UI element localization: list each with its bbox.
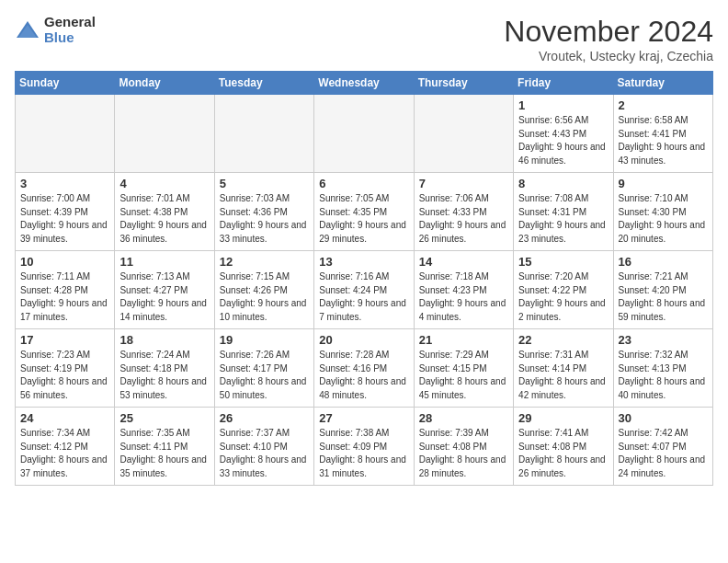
day-number: 5 (220, 177, 309, 190)
day-number: 9 (619, 177, 708, 190)
day-number: 23 (619, 333, 708, 347)
day-info: Sunrise: 7:24 AM Sunset: 4:18 PM Dayligh… (119, 349, 209, 402)
day-info: Sunrise: 7:26 AM Sunset: 4:17 PM Dayligh… (220, 349, 309, 402)
col-header-saturday: Saturday (613, 72, 712, 95)
month-title: November 2024 (504, 15, 713, 49)
day-info: Sunrise: 7:21 AM Sunset: 4:20 PM Dayligh… (619, 270, 708, 324)
day-info: Sunrise: 7:28 AM Sunset: 4:16 PM Dayligh… (319, 349, 408, 402)
day-info: Sunrise: 7:35 AM Sunset: 4:11 PM Dayligh… (119, 427, 209, 480)
day-cell: 14Sunrise: 7:18 AM Sunset: 4:23 PM Dayli… (414, 251, 513, 329)
day-number: 8 (518, 177, 608, 190)
day-number: 16 (619, 255, 708, 269)
day-number: 17 (20, 333, 109, 347)
day-cell (414, 95, 513, 173)
day-number: 27 (319, 411, 408, 425)
logo-blue-label: Blue (44, 30, 96, 46)
day-info: Sunrise: 7:13 AM Sunset: 4:27 PM Dayligh… (119, 270, 209, 324)
day-cell: 25Sunrise: 7:35 AM Sunset: 4:11 PM Dayli… (115, 408, 214, 486)
day-info: Sunrise: 7:11 AM Sunset: 4:28 PM Dayligh… (20, 270, 109, 324)
day-cell: 16Sunrise: 7:21 AM Sunset: 4:20 PM Dayli… (613, 251, 712, 329)
day-info: Sunrise: 7:18 AM Sunset: 4:23 PM Dayligh… (419, 270, 508, 324)
day-number: 20 (319, 333, 408, 347)
day-info: Sunrise: 6:58 AM Sunset: 4:41 PM Dayligh… (619, 114, 708, 167)
day-info: Sunrise: 7:38 AM Sunset: 4:09 PM Dayligh… (319, 427, 408, 480)
day-number: 6 (319, 177, 408, 190)
logo: General Blue (15, 15, 96, 45)
day-cell (115, 95, 214, 173)
day-cell: 27Sunrise: 7:38 AM Sunset: 4:09 PM Dayli… (314, 408, 414, 486)
day-number: 7 (419, 177, 508, 190)
day-info: Sunrise: 7:34 AM Sunset: 4:12 PM Dayligh… (20, 427, 109, 480)
day-cell: 19Sunrise: 7:26 AM Sunset: 4:17 PM Dayli… (214, 329, 313, 408)
day-info: Sunrise: 7:05 AM Sunset: 4:35 PM Dayligh… (319, 192, 408, 246)
day-number: 4 (119, 177, 209, 190)
day-cell: 3Sunrise: 7:00 AM Sunset: 4:39 PM Daylig… (16, 173, 115, 251)
col-header-tuesday: Tuesday (214, 72, 313, 95)
day-number: 30 (619, 411, 708, 425)
day-number: 3 (20, 177, 109, 190)
day-cell: 6Sunrise: 7:05 AM Sunset: 4:35 PM Daylig… (314, 173, 414, 251)
day-number: 15 (518, 255, 608, 269)
day-number: 26 (220, 411, 309, 425)
day-number: 28 (419, 411, 508, 425)
day-number: 10 (20, 255, 109, 269)
day-cell: 30Sunrise: 7:42 AM Sunset: 4:07 PM Dayli… (613, 408, 712, 486)
day-cell: 1Sunrise: 6:56 AM Sunset: 4:43 PM Daylig… (514, 95, 613, 173)
day-cell (314, 95, 414, 173)
day-cell: 26Sunrise: 7:37 AM Sunset: 4:10 PM Dayli… (214, 408, 313, 486)
day-info: Sunrise: 7:01 AM Sunset: 4:38 PM Dayligh… (119, 192, 209, 246)
header-row: SundayMondayTuesdayWednesdayThursdayFrid… (16, 72, 713, 95)
day-cell: 29Sunrise: 7:41 AM Sunset: 4:08 PM Dayli… (514, 408, 613, 486)
col-header-wednesday: Wednesday (314, 72, 414, 95)
day-cell: 8Sunrise: 7:08 AM Sunset: 4:31 PM Daylig… (514, 173, 613, 251)
day-cell: 18Sunrise: 7:24 AM Sunset: 4:18 PM Dayli… (115, 329, 214, 408)
day-info: Sunrise: 7:03 AM Sunset: 4:36 PM Dayligh… (220, 192, 309, 246)
day-number: 24 (20, 411, 109, 425)
day-number: 2 (619, 98, 708, 112)
day-info: Sunrise: 7:37 AM Sunset: 4:10 PM Dayligh… (220, 427, 309, 480)
week-row-3: 10Sunrise: 7:11 AM Sunset: 4:28 PM Dayli… (16, 251, 713, 329)
day-cell: 20Sunrise: 7:28 AM Sunset: 4:16 PM Dayli… (314, 329, 414, 408)
day-info: Sunrise: 7:08 AM Sunset: 4:31 PM Dayligh… (518, 192, 608, 246)
day-cell: 12Sunrise: 7:15 AM Sunset: 4:26 PM Dayli… (214, 251, 313, 329)
day-cell: 11Sunrise: 7:13 AM Sunset: 4:27 PM Dayli… (115, 251, 214, 329)
day-info: Sunrise: 6:56 AM Sunset: 4:43 PM Dayligh… (518, 114, 608, 167)
day-cell: 28Sunrise: 7:39 AM Sunset: 4:08 PM Dayli… (414, 408, 513, 486)
day-number: 29 (518, 411, 608, 425)
day-number: 11 (119, 255, 209, 269)
day-cell (16, 95, 115, 173)
week-row-5: 24Sunrise: 7:34 AM Sunset: 4:12 PM Dayli… (16, 408, 713, 486)
calendar-table: SundayMondayTuesdayWednesdayThursdayFrid… (15, 71, 713, 486)
day-cell: 21Sunrise: 7:29 AM Sunset: 4:15 PM Dayli… (414, 329, 513, 408)
week-row-1: 1Sunrise: 6:56 AM Sunset: 4:43 PM Daylig… (16, 95, 713, 173)
day-cell: 2Sunrise: 6:58 AM Sunset: 4:41 PM Daylig… (613, 95, 712, 173)
day-number: 21 (419, 333, 508, 347)
day-info: Sunrise: 7:15 AM Sunset: 4:26 PM Dayligh… (220, 270, 309, 324)
day-number: 1 (518, 98, 608, 112)
day-cell: 4Sunrise: 7:01 AM Sunset: 4:38 PM Daylig… (115, 173, 214, 251)
title-block: November 2024 Vroutek, Ustecky kraj, Cze… (504, 15, 713, 63)
col-header-friday: Friday (514, 72, 613, 95)
page-header: General Blue November 2024 Vroutek, Uste… (15, 15, 713, 63)
day-info: Sunrise: 7:41 AM Sunset: 4:08 PM Dayligh… (518, 427, 608, 480)
day-cell: 22Sunrise: 7:31 AM Sunset: 4:14 PM Dayli… (514, 329, 613, 408)
day-info: Sunrise: 7:42 AM Sunset: 4:07 PM Dayligh… (619, 427, 708, 480)
day-info: Sunrise: 7:31 AM Sunset: 4:14 PM Dayligh… (518, 349, 608, 402)
day-info: Sunrise: 7:10 AM Sunset: 4:30 PM Dayligh… (619, 192, 708, 246)
day-cell: 13Sunrise: 7:16 AM Sunset: 4:24 PM Dayli… (314, 251, 414, 329)
day-number: 25 (119, 411, 209, 425)
day-cell: 10Sunrise: 7:11 AM Sunset: 4:28 PM Dayli… (16, 251, 115, 329)
col-header-sunday: Sunday (16, 72, 115, 95)
day-cell: 17Sunrise: 7:23 AM Sunset: 4:19 PM Dayli… (16, 329, 115, 408)
day-info: Sunrise: 7:16 AM Sunset: 4:24 PM Dayligh… (319, 270, 408, 324)
week-row-2: 3Sunrise: 7:00 AM Sunset: 4:39 PM Daylig… (16, 173, 713, 251)
logo-general-label: General (44, 15, 96, 30)
day-info: Sunrise: 7:00 AM Sunset: 4:39 PM Dayligh… (20, 192, 109, 246)
day-cell: 24Sunrise: 7:34 AM Sunset: 4:12 PM Dayli… (16, 408, 115, 486)
day-cell (214, 95, 313, 173)
day-number: 13 (319, 255, 408, 269)
day-info: Sunrise: 7:06 AM Sunset: 4:33 PM Dayligh… (419, 192, 508, 246)
logo-icon (15, 17, 40, 43)
day-cell: 23Sunrise: 7:32 AM Sunset: 4:13 PM Dayli… (613, 329, 712, 408)
location-label: Vroutek, Ustecky kraj, Czechia (504, 49, 713, 63)
